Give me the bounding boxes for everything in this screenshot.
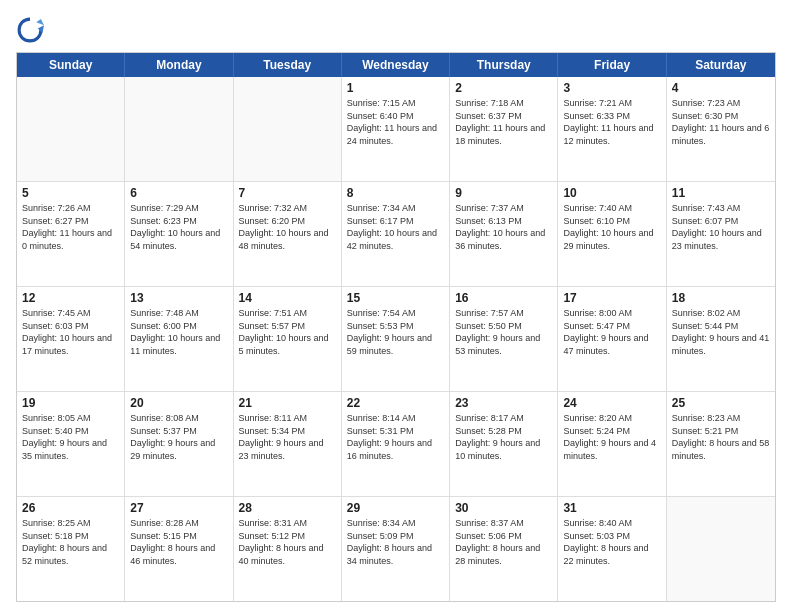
day-number: 23 [455,396,552,410]
cell-info: Sunrise: 8:11 AM Sunset: 5:34 PM Dayligh… [239,412,336,462]
cell-info: Sunrise: 8:23 AM Sunset: 5:21 PM Dayligh… [672,412,770,462]
day-number: 12 [22,291,119,305]
calendar-cell: 30Sunrise: 8:37 AM Sunset: 5:06 PM Dayli… [450,497,558,601]
calendar-week-2: 5Sunrise: 7:26 AM Sunset: 6:27 PM Daylig… [17,182,775,287]
calendar-cell: 17Sunrise: 8:00 AM Sunset: 5:47 PM Dayli… [558,287,666,391]
cell-info: Sunrise: 7:51 AM Sunset: 5:57 PM Dayligh… [239,307,336,357]
weekday-header-sunday: Sunday [17,53,125,77]
calendar-cell: 11Sunrise: 7:43 AM Sunset: 6:07 PM Dayli… [667,182,775,286]
cell-info: Sunrise: 8:37 AM Sunset: 5:06 PM Dayligh… [455,517,552,567]
calendar-cell: 10Sunrise: 7:40 AM Sunset: 6:10 PM Dayli… [558,182,666,286]
calendar-cell: 25Sunrise: 8:23 AM Sunset: 5:21 PM Dayli… [667,392,775,496]
calendar-cell: 15Sunrise: 7:54 AM Sunset: 5:53 PM Dayli… [342,287,450,391]
calendar-cell: 14Sunrise: 7:51 AM Sunset: 5:57 PM Dayli… [234,287,342,391]
cell-info: Sunrise: 8:00 AM Sunset: 5:47 PM Dayligh… [563,307,660,357]
calendar: SundayMondayTuesdayWednesdayThursdayFrid… [16,52,776,602]
header [16,16,776,44]
calendar-cell [17,77,125,181]
day-number: 9 [455,186,552,200]
day-number: 27 [130,501,227,515]
day-number: 16 [455,291,552,305]
calendar-week-4: 19Sunrise: 8:05 AM Sunset: 5:40 PM Dayli… [17,392,775,497]
cell-info: Sunrise: 7:15 AM Sunset: 6:40 PM Dayligh… [347,97,444,147]
calendar-cell: 22Sunrise: 8:14 AM Sunset: 5:31 PM Dayli… [342,392,450,496]
cell-info: Sunrise: 8:08 AM Sunset: 5:37 PM Dayligh… [130,412,227,462]
day-number: 25 [672,396,770,410]
calendar-cell: 6Sunrise: 7:29 AM Sunset: 6:23 PM Daylig… [125,182,233,286]
cell-info: Sunrise: 8:05 AM Sunset: 5:40 PM Dayligh… [22,412,119,462]
cell-info: Sunrise: 8:20 AM Sunset: 5:24 PM Dayligh… [563,412,660,462]
day-number: 2 [455,81,552,95]
cell-info: Sunrise: 8:31 AM Sunset: 5:12 PM Dayligh… [239,517,336,567]
weekday-header-friday: Friday [558,53,666,77]
day-number: 11 [672,186,770,200]
calendar-cell [234,77,342,181]
calendar-cell: 7Sunrise: 7:32 AM Sunset: 6:20 PM Daylig… [234,182,342,286]
day-number: 22 [347,396,444,410]
cell-info: Sunrise: 7:43 AM Sunset: 6:07 PM Dayligh… [672,202,770,252]
calendar-cell: 26Sunrise: 8:25 AM Sunset: 5:18 PM Dayli… [17,497,125,601]
cell-info: Sunrise: 8:17 AM Sunset: 5:28 PM Dayligh… [455,412,552,462]
calendar-cell: 12Sunrise: 7:45 AM Sunset: 6:03 PM Dayli… [17,287,125,391]
day-number: 31 [563,501,660,515]
calendar-cell: 20Sunrise: 8:08 AM Sunset: 5:37 PM Dayli… [125,392,233,496]
cell-info: Sunrise: 7:29 AM Sunset: 6:23 PM Dayligh… [130,202,227,252]
calendar-week-1: 1Sunrise: 7:15 AM Sunset: 6:40 PM Daylig… [17,77,775,182]
calendar-cell: 24Sunrise: 8:20 AM Sunset: 5:24 PM Dayli… [558,392,666,496]
calendar-cell: 23Sunrise: 8:17 AM Sunset: 5:28 PM Dayli… [450,392,558,496]
cell-info: Sunrise: 7:37 AM Sunset: 6:13 PM Dayligh… [455,202,552,252]
weekday-header-saturday: Saturday [667,53,775,77]
day-number: 17 [563,291,660,305]
day-number: 20 [130,396,227,410]
day-number: 8 [347,186,444,200]
calendar-week-3: 12Sunrise: 7:45 AM Sunset: 6:03 PM Dayli… [17,287,775,392]
cell-info: Sunrise: 7:32 AM Sunset: 6:20 PM Dayligh… [239,202,336,252]
day-number: 4 [672,81,770,95]
weekday-header-thursday: Thursday [450,53,558,77]
cell-info: Sunrise: 7:21 AM Sunset: 6:33 PM Dayligh… [563,97,660,147]
calendar-cell: 9Sunrise: 7:37 AM Sunset: 6:13 PM Daylig… [450,182,558,286]
calendar-cell: 3Sunrise: 7:21 AM Sunset: 6:33 PM Daylig… [558,77,666,181]
calendar-cell: 28Sunrise: 8:31 AM Sunset: 5:12 PM Dayli… [234,497,342,601]
calendar-cell: 27Sunrise: 8:28 AM Sunset: 5:15 PM Dayli… [125,497,233,601]
cell-info: Sunrise: 8:34 AM Sunset: 5:09 PM Dayligh… [347,517,444,567]
day-number: 3 [563,81,660,95]
logo [16,16,48,44]
cell-info: Sunrise: 7:18 AM Sunset: 6:37 PM Dayligh… [455,97,552,147]
day-number: 24 [563,396,660,410]
day-number: 7 [239,186,336,200]
cell-info: Sunrise: 8:25 AM Sunset: 5:18 PM Dayligh… [22,517,119,567]
day-number: 14 [239,291,336,305]
day-number: 1 [347,81,444,95]
weekday-header-wednesday: Wednesday [342,53,450,77]
calendar-cell: 1Sunrise: 7:15 AM Sunset: 6:40 PM Daylig… [342,77,450,181]
cell-info: Sunrise: 8:40 AM Sunset: 5:03 PM Dayligh… [563,517,660,567]
calendar-cell [667,497,775,601]
calendar-cell: 2Sunrise: 7:18 AM Sunset: 6:37 PM Daylig… [450,77,558,181]
cell-info: Sunrise: 7:40 AM Sunset: 6:10 PM Dayligh… [563,202,660,252]
weekday-header-tuesday: Tuesday [234,53,342,77]
weekday-header-monday: Monday [125,53,233,77]
calendar-cell: 31Sunrise: 8:40 AM Sunset: 5:03 PM Dayli… [558,497,666,601]
calendar-week-5: 26Sunrise: 8:25 AM Sunset: 5:18 PM Dayli… [17,497,775,601]
day-number: 26 [22,501,119,515]
day-number: 29 [347,501,444,515]
calendar-cell: 29Sunrise: 8:34 AM Sunset: 5:09 PM Dayli… [342,497,450,601]
logo-icon [16,16,44,44]
page: SundayMondayTuesdayWednesdayThursdayFrid… [0,0,792,612]
calendar-cell: 4Sunrise: 7:23 AM Sunset: 6:30 PM Daylig… [667,77,775,181]
calendar-body: 1Sunrise: 7:15 AM Sunset: 6:40 PM Daylig… [17,77,775,601]
calendar-cell: 21Sunrise: 8:11 AM Sunset: 5:34 PM Dayli… [234,392,342,496]
day-number: 19 [22,396,119,410]
day-number: 13 [130,291,227,305]
cell-info: Sunrise: 8:14 AM Sunset: 5:31 PM Dayligh… [347,412,444,462]
day-number: 21 [239,396,336,410]
day-number: 6 [130,186,227,200]
calendar-cell: 13Sunrise: 7:48 AM Sunset: 6:00 PM Dayli… [125,287,233,391]
calendar-header: SundayMondayTuesdayWednesdayThursdayFrid… [17,53,775,77]
cell-info: Sunrise: 7:57 AM Sunset: 5:50 PM Dayligh… [455,307,552,357]
day-number: 30 [455,501,552,515]
cell-info: Sunrise: 7:48 AM Sunset: 6:00 PM Dayligh… [130,307,227,357]
day-number: 28 [239,501,336,515]
day-number: 10 [563,186,660,200]
